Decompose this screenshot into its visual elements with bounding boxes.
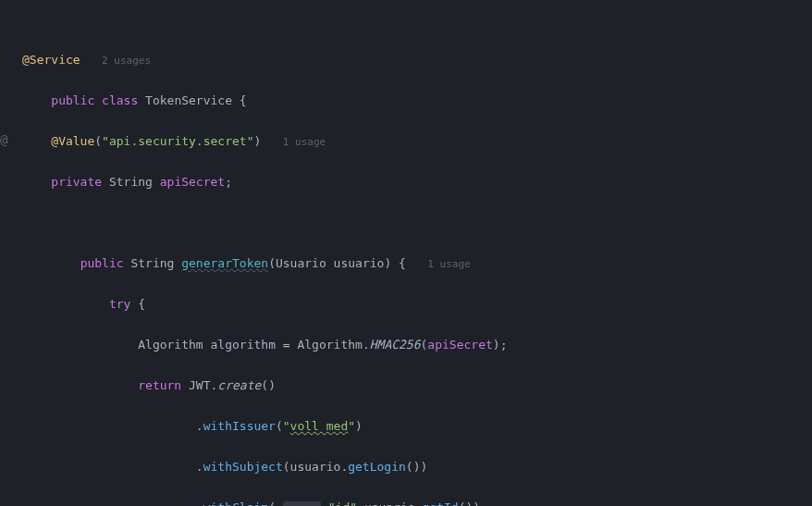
code-line: try { (22, 294, 812, 315)
code-line: @Value("api.security.secret") 1 usage (22, 131, 812, 152)
inlay-hint-name: name: (283, 501, 321, 506)
code-line: return JWT.create() (22, 376, 812, 396)
code-line: .withIssuer("voll med") (22, 416, 812, 437)
annotation-value: @Value (51, 134, 94, 148)
usage-hint[interactable]: 2 usages (102, 55, 151, 67)
code-line: Algorithm algorithm = Algorithm.HMAC256(… (22, 335, 812, 355)
usage-hint[interactable]: 1 usage (427, 258, 470, 270)
code-line: .withClaim( name: "id",usuario.getId()) (22, 498, 812, 506)
annotation-service: @Service (22, 53, 80, 67)
gutter-annotation-icon: @ (0, 130, 7, 150)
code-line: .withSubject(usuario.getLogin()) (22, 457, 812, 477)
code-editor[interactable]: @ @Service 2 usages public class TokenSe… (0, 0, 812, 506)
code-line: @Service 2 usages (22, 50, 812, 70)
code-line: public String generarToken(Usuario usuar… (22, 253, 812, 274)
method-declaration: generarToken (181, 256, 268, 270)
code-line: public class TokenService { (22, 91, 812, 111)
code-line (22, 213, 812, 233)
code-line: private String apiSecret; (22, 172, 812, 192)
usage-hint[interactable]: 1 usage (283, 136, 326, 148)
